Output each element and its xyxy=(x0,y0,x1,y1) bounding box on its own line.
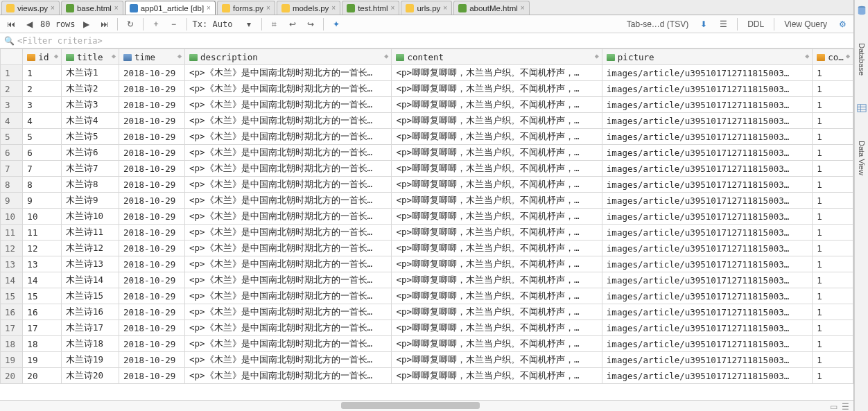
cell-description[interactable]: <p>《木兰》是中国南北朝时期北方的一首长… xyxy=(185,97,392,113)
cell-content[interactable]: <p>唧唧复唧唧，木兰当户织。不闻机杼声，… xyxy=(392,81,602,97)
cell-title[interactable]: 木兰诗11 xyxy=(61,225,119,241)
editor-tab[interactable]: urls.py× xyxy=(401,1,452,15)
cell-comme[interactable]: 1 xyxy=(813,129,853,145)
cell-id[interactable]: 4 xyxy=(23,113,62,129)
cell-title[interactable]: 木兰诗3 xyxy=(61,97,119,113)
cell-content[interactable]: <p>唧唧复唧唧，木兰当户织。不闻机杼声，… xyxy=(392,336,602,352)
cell-content[interactable]: <p>唧唧复唧唧，木兰当户织。不闻机杼声，… xyxy=(392,97,602,113)
bottom-box-icon[interactable]: ▭ xyxy=(830,402,837,411)
table-row[interactable]: 1515木兰诗152018-10-29<p>《木兰》是中国南北朝时期北方的一首长… xyxy=(1,288,853,304)
cell-id[interactable]: 16 xyxy=(23,304,62,320)
cell-content[interactable]: <p>唧唧复唧唧，木兰当户织。不闻机杼声，… xyxy=(392,193,602,209)
tx-mode-label[interactable]: Tx: Auto xyxy=(193,19,238,29)
ddl-structure-icon[interactable]: ⌗ xyxy=(268,17,281,31)
view-query-button[interactable]: View Query xyxy=(781,19,830,29)
cell-picture[interactable]: images/article/u395101712711815003… xyxy=(602,368,812,384)
cell-time[interactable]: 2018-10-29 xyxy=(119,336,184,352)
cell-comme[interactable]: 1 xyxy=(813,368,853,384)
cell-comme[interactable]: 1 xyxy=(813,336,853,352)
cell-time[interactable]: 2018-10-29 xyxy=(119,304,184,320)
row-number[interactable]: 6 xyxy=(1,145,23,161)
col-header-comme[interactable]: comme◆ xyxy=(813,49,853,65)
cell-comme[interactable]: 1 xyxy=(813,81,853,97)
cell-title[interactable]: 木兰诗13 xyxy=(61,256,119,272)
cell-content[interactable]: <p>唧唧复唧唧，木兰当户织。不闻机杼声，… xyxy=(392,288,602,304)
close-icon[interactable]: × xyxy=(51,4,55,12)
table-row[interactable]: 44木兰诗42018-10-29<p>《木兰》是中国南北朝时期北方的一首长…<p… xyxy=(1,113,853,129)
cell-description[interactable]: <p>《木兰》是中国南北朝时期北方的一首长… xyxy=(185,304,392,320)
row-number[interactable]: 14 xyxy=(1,272,23,288)
first-page-icon[interactable]: ⏮ xyxy=(4,17,18,31)
editor-tab[interactable]: forms.py× xyxy=(217,1,275,15)
table-row[interactable]: 1414木兰诗142018-10-29<p>《木兰》是中国南北朝时期北方的一首长… xyxy=(1,272,853,288)
cell-picture[interactable]: images/article/u395101712711815003… xyxy=(602,81,812,97)
cell-time[interactable]: 2018-10-29 xyxy=(119,256,184,272)
cell-title[interactable]: 木兰诗8 xyxy=(61,177,119,193)
cell-content[interactable]: <p>唧唧复唧唧，木兰当户织。不闻机杼声，… xyxy=(392,225,602,241)
cell-description[interactable]: <p>《木兰》是中国南北朝时期北方的一首长… xyxy=(185,320,392,336)
tx-dropdown-icon[interactable]: ▾ xyxy=(242,17,256,31)
cell-content[interactable]: <p>唧唧复唧唧，木兰当户织。不闻机杼声，… xyxy=(392,161,602,177)
next-page-icon[interactable]: ▶ xyxy=(80,17,94,31)
cell-picture[interactable]: images/article/u395101712711815003… xyxy=(602,352,812,368)
col-header-time[interactable]: time◆ xyxy=(119,49,184,65)
cell-title[interactable]: 木兰诗5 xyxy=(61,129,119,145)
row-number[interactable]: 2 xyxy=(1,81,23,97)
close-icon[interactable]: × xyxy=(114,4,119,12)
ddl-button[interactable]: DDL xyxy=(745,19,767,29)
cell-id[interactable]: 15 xyxy=(23,288,62,304)
row-number[interactable]: 15 xyxy=(1,288,23,304)
cell-picture[interactable]: images/article/u395101712711815003… xyxy=(602,97,812,113)
cell-id[interactable]: 14 xyxy=(23,272,62,288)
cell-title[interactable]: 木兰诗16 xyxy=(61,304,119,320)
table-row[interactable]: 1818木兰诗182018-10-29<p>《木兰》是中国南北朝时期北方的一首长… xyxy=(1,336,853,352)
cell-id[interactable]: 17 xyxy=(23,320,62,336)
cell-id[interactable]: 8 xyxy=(23,177,62,193)
cell-description[interactable]: <p>《木兰》是中国南北朝时期北方的一首长… xyxy=(185,113,392,129)
table-row[interactable]: 1717木兰诗172018-10-29<p>《木兰》是中国南北朝时期北方的一首长… xyxy=(1,320,853,336)
cell-comme[interactable]: 1 xyxy=(813,320,853,336)
cell-comme[interactable]: 1 xyxy=(813,288,853,304)
cell-title[interactable]: 木兰诗12 xyxy=(61,241,119,256)
cell-id[interactable]: 2 xyxy=(23,81,62,97)
row-number[interactable]: 9 xyxy=(1,193,23,209)
cell-title[interactable]: 木兰诗20 xyxy=(61,368,119,384)
table-row[interactable]: 77木兰诗72018-10-29<p>《木兰》是中国南北朝时期北方的一首长…<p… xyxy=(1,161,853,177)
cell-content[interactable]: <p>唧唧复唧唧，木兰当户织。不闻机杼声，… xyxy=(392,272,602,288)
cell-picture[interactable]: images/article/u395101712711815003… xyxy=(602,336,812,352)
cell-title[interactable]: 木兰诗10 xyxy=(61,209,119,225)
cell-picture[interactable]: images/article/u395101712711815003… xyxy=(602,177,812,193)
cell-content[interactable]: <p>唧唧复唧唧，木兰当户织。不闻机杼声，… xyxy=(392,256,602,272)
hscroll-thumb[interactable] xyxy=(341,402,480,409)
cell-title[interactable]: 木兰诗15 xyxy=(61,288,119,304)
cell-content[interactable]: <p>唧唧复唧唧，木兰当户织。不闻机杼声，… xyxy=(392,113,602,129)
cell-content[interactable]: <p>唧唧复唧唧，木兰当户织。不闻机杼声，… xyxy=(392,129,602,145)
cell-comme[interactable]: 1 xyxy=(813,97,853,113)
cell-comme[interactable]: 1 xyxy=(813,113,853,129)
sort-handle-icon[interactable]: ◆ xyxy=(112,52,116,60)
cell-title[interactable]: 木兰诗17 xyxy=(61,320,119,336)
cell-comme[interactable]: 1 xyxy=(813,193,853,209)
cell-time[interactable]: 2018-10-29 xyxy=(119,241,184,256)
col-header-content[interactable]: content◆ xyxy=(392,49,602,65)
col-header-description[interactable]: description◆ xyxy=(185,49,392,65)
row-number[interactable]: 18 xyxy=(1,336,23,352)
cell-id[interactable]: 5 xyxy=(23,129,62,145)
row-number[interactable]: 16 xyxy=(1,304,23,320)
editor-tab[interactable]: aboutMe.html× xyxy=(453,1,530,15)
cell-comme[interactable]: 1 xyxy=(813,241,853,256)
row-number[interactable]: 12 xyxy=(1,241,23,256)
revert-icon[interactable]: ↩ xyxy=(286,17,300,31)
row-number[interactable]: 7 xyxy=(1,161,23,177)
table-row[interactable]: 1616木兰诗162018-10-29<p>《木兰》是中国南北朝时期北方的一首长… xyxy=(1,304,853,320)
row-number[interactable]: 20 xyxy=(1,368,23,384)
row-number[interactable]: 5 xyxy=(1,129,23,145)
cell-description[interactable]: <p>《木兰》是中国南北朝时期北方的一首长… xyxy=(185,272,392,288)
cell-picture[interactable]: images/article/u395101712711815003… xyxy=(602,161,812,177)
row-number[interactable]: 19 xyxy=(1,352,23,368)
cell-picture[interactable]: images/article/u395101712711815003… xyxy=(602,65,812,81)
cell-time[interactable]: 2018-10-29 xyxy=(119,145,184,161)
cell-comme[interactable]: 1 xyxy=(813,304,853,320)
cell-content[interactable]: <p>唧唧复唧唧，木兰当户织。不闻机杼声，… xyxy=(392,145,602,161)
download-icon[interactable]: ⬇ xyxy=(697,17,711,31)
